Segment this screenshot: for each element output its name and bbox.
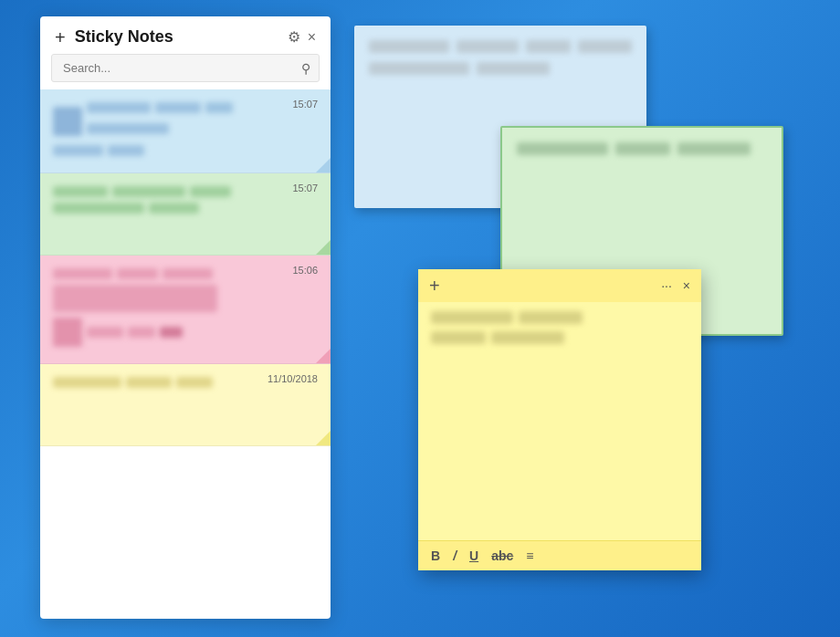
search-input[interactable] bbox=[51, 54, 320, 82]
italic-button[interactable]: / bbox=[453, 548, 457, 563]
strikethrough-button[interactable]: abc bbox=[491, 548, 513, 563]
note-timestamp-pink: 15:06 bbox=[292, 265, 318, 276]
note-item-blue[interactable]: 15:07 bbox=[40, 89, 331, 173]
yellow-note-open: + ··· × B / U abc ≡ bbox=[418, 269, 701, 570]
note-preview-pink bbox=[53, 268, 318, 347]
note-timestamp-yellow: 11/10/2018 bbox=[268, 373, 318, 384]
panel-header: + Sticky Notes ⚙ × bbox=[40, 16, 331, 54]
list-button[interactable]: ≡ bbox=[526, 548, 533, 563]
note-preview-blue bbox=[53, 102, 318, 156]
yellow-note-add-button[interactable]: + bbox=[429, 277, 440, 295]
main-panel: + Sticky Notes ⚙ × ⚲ 15:07 bbox=[40, 16, 331, 619]
note-item-green[interactable]: 15:07 bbox=[40, 173, 331, 256]
add-note-button[interactable]: + bbox=[55, 28, 66, 47]
search-bar: ⚲ bbox=[51, 54, 320, 82]
panel-title: Sticky Notes bbox=[75, 27, 173, 47]
note-timestamp-green: 15:07 bbox=[292, 183, 318, 193]
yellow-note-footer: B / U abc ≡ bbox=[418, 540, 701, 570]
note-timestamp-blue: 15:07 bbox=[292, 99, 318, 110]
settings-button[interactable]: ⚙ bbox=[288, 28, 300, 46]
note-item-yellow[interactable]: 11/10/2018 bbox=[40, 364, 331, 446]
search-icon: ⚲ bbox=[301, 61, 310, 76]
bold-button[interactable]: B bbox=[431, 548, 440, 563]
close-button[interactable]: × bbox=[308, 29, 316, 46]
underline-button[interactable]: U bbox=[469, 548, 478, 563]
yellow-note-menu-button[interactable]: ··· bbox=[661, 278, 672, 293]
yellow-note-close-button[interactable]: × bbox=[683, 278, 690, 293]
yellow-note-toolbar: + ··· × bbox=[418, 269, 701, 302]
yellow-note-body[interactable] bbox=[418, 302, 701, 540]
note-preview-green bbox=[53, 186, 318, 214]
note-item-pink[interactable]: 15:06 bbox=[40, 256, 331, 364]
notes-list: 15:07 bbox=[40, 89, 331, 619]
